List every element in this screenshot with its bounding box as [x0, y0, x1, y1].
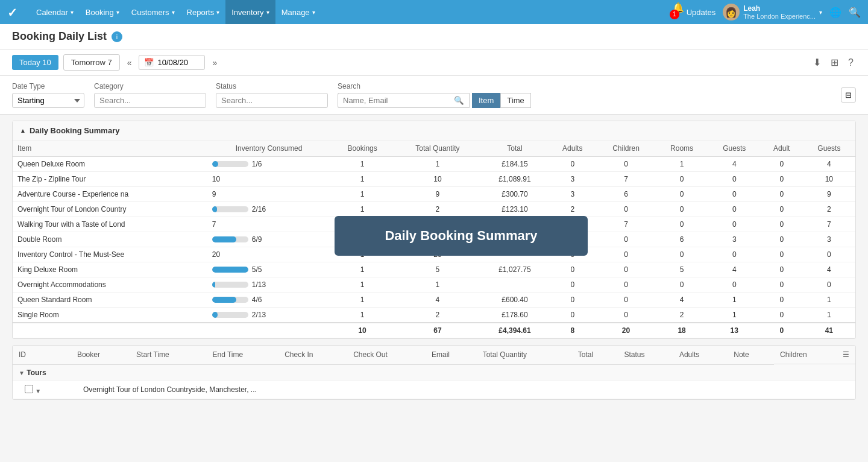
chevron-down-icon[interactable]: ▼: [19, 370, 25, 376]
row-checkbox[interactable]: [25, 385, 33, 393]
prev-date-button[interactable]: «: [125, 55, 134, 70]
col-header-guests2: Guests: [803, 141, 855, 157]
date-type-select[interactable]: Starting Ending Created: [12, 93, 84, 108]
summary-adults: 0: [549, 217, 597, 232]
download-button[interactable]: ⬇: [811, 54, 823, 71]
col-header-total: Total: [481, 141, 549, 157]
tab-time[interactable]: Time: [500, 93, 530, 108]
summary-children: 0: [597, 262, 656, 277]
avatar: 👩: [723, 4, 740, 21]
summary-row: Overnight Tour of London Country2/1612£1…: [13, 202, 855, 217]
summary-adult: 0: [761, 247, 803, 262]
nav-item-booking[interactable]: Booking ▾: [80, 0, 125, 24]
nav-item-manage[interactable]: Manage ▾: [275, 0, 321, 24]
summary-item-name: King Deluxe Room: [13, 262, 207, 277]
category-label: Category: [94, 82, 206, 90]
summary-header[interactable]: ▲ Daily Booking Summary: [13, 121, 855, 141]
date-type-filter: Date Type Starting Ending Created: [12, 82, 84, 108]
column-toggle-button[interactable]: ⊟: [841, 87, 856, 103]
nav-bar: ✓ Calendar ▾ Booking ▾ Customers ▾ Repor…: [0, 0, 868, 24]
help-button[interactable]: ?: [846, 54, 856, 71]
summary-bookings: 1: [330, 187, 394, 202]
summary-bookings: 1: [330, 172, 394, 187]
summary-item-name: Overnight Accommodations: [13, 277, 207, 293]
summary-guests: 3: [708, 232, 761, 247]
page-header: Booking Daily List i: [0, 24, 868, 49]
search-input[interactable]: [338, 93, 449, 108]
summary-item-name: Inventory Control - The Must-See: [13, 247, 207, 262]
summary-adult: 0: [761, 202, 803, 217]
summary-children: 6: [597, 187, 656, 202]
columns-button[interactable]: ⊞: [828, 54, 841, 71]
summary-total: £1,089.91: [481, 172, 549, 187]
status-filter: Status: [216, 82, 328, 108]
nav-item-inventory[interactable]: Inventory ▾: [225, 0, 275, 24]
tab-item[interactable]: Item: [472, 93, 500, 108]
globe-icon[interactable]: 🌐: [829, 7, 841, 18]
date-input[interactable]: [157, 58, 200, 67]
tomorrow-button[interactable]: Tomorrow 7: [63, 54, 120, 71]
nav-item-reports[interactable]: Reports ▾: [181, 0, 226, 24]
status-search-input[interactable]: [216, 93, 328, 108]
nav-user-menu[interactable]: 👩 Leah The London Experienc... ▾: [723, 4, 822, 21]
search-label: Search: [338, 82, 531, 90]
summary-bookings: 1: [330, 277, 394, 293]
search-submit-button[interactable]: 🔍: [449, 93, 470, 108]
col-header-inv: Inventory Consumed: [207, 141, 330, 157]
user-name: Leah: [743, 4, 816, 13]
category-filter: Category: [94, 82, 206, 108]
chevron-down-icon[interactable]: ▼: [35, 388, 41, 394]
summary-total_qty: 5: [394, 262, 481, 277]
next-date-button[interactable]: »: [210, 55, 219, 70]
search-input-wrap: 🔍 Item Time: [338, 93, 531, 108]
summary-total_qty: 1: [394, 277, 481, 293]
summary-guests: 0: [708, 187, 761, 202]
summary-children: 0: [597, 202, 656, 217]
updates-label: Updates: [687, 8, 715, 17]
summary-rooms: 4: [656, 293, 708, 308]
summary-guests2: 7: [803, 217, 855, 232]
search-icon[interactable]: 🔍: [849, 7, 861, 18]
summary-total: £178.60: [481, 308, 549, 323]
category-search-input[interactable]: [94, 93, 206, 108]
summary-guests: 0: [708, 247, 761, 262]
page-title: Booking Daily List: [12, 30, 107, 43]
totals-children: 20: [597, 323, 656, 338]
summary-inventory: 2/13: [207, 308, 330, 323]
date-input-wrap: 📅: [139, 55, 205, 70]
row-checkbox-cell: ▼: [13, 381, 71, 399]
summary-inventory: 10: [207, 172, 330, 187]
nav-item-calendar[interactable]: Calendar ▾: [30, 0, 80, 24]
totals-total: £4,394.61: [481, 323, 549, 338]
summary-adult: 0: [761, 187, 803, 202]
today-button[interactable]: Today 10: [12, 55, 58, 70]
summary-total: £600.40: [481, 293, 549, 308]
summary-total: [481, 247, 549, 262]
chevron-down-icon: ▾: [819, 9, 822, 16]
nav-label-inventory: Inventory: [231, 8, 263, 17]
col-status: Status: [618, 346, 673, 364]
col-header-rooms: Rooms: [656, 141, 708, 157]
nav-label-calendar: Calendar: [36, 8, 68, 17]
summary-rooms: 0: [656, 277, 708, 293]
summary-children: 7: [597, 172, 656, 187]
summary-total: £1,027.75: [481, 262, 549, 277]
summary-bookings: 1: [330, 217, 394, 232]
summary-children: 7: [597, 217, 656, 232]
col-header-total-qty: Total Quantity: [394, 141, 481, 157]
summary-guests2: 9: [803, 187, 855, 202]
summary-total_qty: 2: [394, 308, 481, 323]
summary-guests: 0: [708, 277, 761, 293]
list-icon[interactable]: ☰: [843, 350, 849, 359]
user-info: Leah The London Experienc...: [743, 4, 816, 20]
nav-updates-button[interactable]: 🔔 1 Updates: [672, 2, 715, 23]
summary-row: King Deluxe Room5/515£1,027.75005404: [13, 262, 855, 277]
summary-children: 0: [597, 277, 656, 293]
info-icon[interactable]: i: [112, 31, 122, 42]
summary-adults: 3: [549, 187, 597, 202]
nav-item-customers[interactable]: Customers ▾: [125, 0, 181, 24]
summary-children: 0: [597, 157, 656, 172]
bottom-table: ID Booker Start Time End Time Check In C…: [13, 346, 855, 399]
summary-rooms: 5: [656, 262, 708, 277]
totals-rooms: 18: [656, 323, 708, 338]
